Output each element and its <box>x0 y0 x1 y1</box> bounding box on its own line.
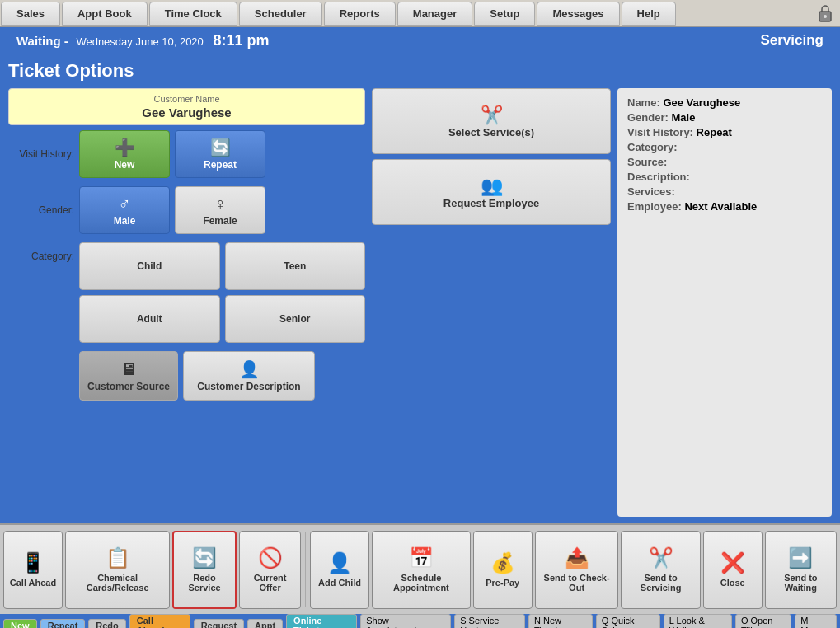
ticket-body: Customer Name Gee Varughese Visit Histor… <box>8 88 832 517</box>
current-offer-label: Current Offer <box>245 573 295 593</box>
current-offer-button[interactable]: 🚫 Current Offer <box>239 531 301 609</box>
service-section: ✂️ Select Service(s) 👥 Request Employee <box>372 88 611 517</box>
info-name-row: Name: Gee Varughese <box>627 96 822 109</box>
source-icon: 🖥 <box>120 360 137 379</box>
info-name-label: Name: <box>627 96 660 109</box>
new-button[interactable]: ➕ New <box>79 130 170 178</box>
request-employee-button[interactable]: 👥 Request Employee <box>372 159 611 225</box>
info-source-row: Source: <box>627 156 822 168</box>
repeat-button[interactable]: 🔄 Repeat <box>175 130 265 178</box>
new-label: New <box>115 159 135 171</box>
nav-appt-book[interactable]: Appt Book <box>62 2 148 26</box>
senior-button[interactable]: Senior <box>225 295 366 343</box>
more-button[interactable]: M More <box>795 614 837 628</box>
send-to-checkout-icon: 📤 <box>565 546 589 569</box>
adult-label: Adult <box>137 313 162 325</box>
status-redo[interactable]: Redo <box>88 619 126 628</box>
visit-history-label: Visit History: <box>8 148 74 160</box>
status-new[interactable]: New <box>3 619 37 628</box>
open-till-button[interactable]: O Open Till <box>735 614 791 628</box>
nav-help[interactable]: Help <box>622 2 676 26</box>
close-button[interactable]: ❌ Close <box>703 531 763 609</box>
info-visit-label: Visit History: <box>627 126 693 138</box>
info-source-label: Source: <box>627 156 667 168</box>
send-to-waiting-icon: ➡️ <box>788 546 813 569</box>
status-request[interactable]: Request <box>194 619 244 628</box>
send-to-waiting-button[interactable]: ➡️ Send to Waiting <box>765 531 837 609</box>
nav-manager[interactable]: Manager <box>397 2 472 26</box>
info-visit-value: Repeat <box>697 126 732 138</box>
repeat-label: Repeat <box>204 159 237 171</box>
current-offer-icon: 🚫 <box>258 546 283 569</box>
new-ticket-button[interactable]: N New Ticket <box>528 614 593 628</box>
call-ahead-button[interactable]: 📱 Call Ahead <box>3 531 63 609</box>
send-to-waiting-label: Send to Waiting <box>771 573 831 593</box>
bar-separator-1 <box>305 532 306 607</box>
nav-messages[interactable]: Messages <box>537 2 619 26</box>
female-button[interactable]: ♀ Female <box>175 186 265 234</box>
left-section: Customer Name Gee Varughese Visit Histor… <box>8 88 365 517</box>
chemical-cards-icon: 📋 <box>106 546 130 569</box>
customer-name-box: Customer Name Gee Varughese <box>8 88 365 125</box>
nav-sales[interactable]: Sales <box>1 2 60 26</box>
info-visit-row: Visit History: Repeat <box>627 126 822 138</box>
service-next-button[interactable]: S Service Next <box>454 614 525 628</box>
child-button[interactable]: Child <box>79 242 220 290</box>
male-icon: ♂ <box>119 194 131 213</box>
call-ahead-label: Call Ahead <box>10 578 56 588</box>
adult-button[interactable]: Adult <box>79 295 220 343</box>
header-bar: Waiting - Wednesday June 10, 2020 8:11 p… <box>0 27 840 54</box>
info-gender-label: Gender: <box>627 111 669 124</box>
customer-description-button[interactable]: 👤 Customer Description <box>183 351 315 401</box>
quick-sale-button[interactable]: Q Quick Sale <box>596 614 660 628</box>
nav-scheduler[interactable]: Scheduler <box>239 2 322 26</box>
select-services-button[interactable]: ✂️ Select Service(s) <box>372 88 611 154</box>
teen-button[interactable]: Teen <box>225 242 366 290</box>
info-category-label: Category: <box>627 141 678 153</box>
redo-service-icon: 🔄 <box>192 546 217 569</box>
servicing-label: Servicing <box>760 32 824 49</box>
pre-pay-button[interactable]: 💰 Pre-Pay <box>473 531 533 609</box>
child-label: Child <box>137 260 162 272</box>
info-description-row: Description: <box>627 171 822 183</box>
info-category-row: Category: <box>627 141 822 153</box>
nav-setup[interactable]: Setup <box>474 2 535 26</box>
schedule-appointment-button[interactable]: 📅 Schedule Appointment <box>372 531 471 609</box>
info-panel: Name: Gee Varughese Gender: Male Visit H… <box>617 88 832 517</box>
nav-bar: Sales Appt Book Time Clock Scheduler Rep… <box>0 0 840 27</box>
description-icon: 👤 <box>239 359 260 379</box>
category-grid: Child Teen Adult Senior <box>79 242 365 343</box>
status-repeat[interactable]: Repeat <box>40 619 86 628</box>
ticket-panel: Ticket Options Customer Name Gee Varughe… <box>0 54 840 523</box>
customer-source-button[interactable]: 🖥 Customer Source <box>79 351 178 401</box>
status-online-ticket[interactable]: Online Ticket <box>286 614 357 628</box>
female-icon: ♀ <box>214 194 227 213</box>
info-employee-label: Employee: <box>627 200 682 213</box>
send-to-servicing-button[interactable]: ✂️ Send to Servicing <box>621 531 700 609</box>
request-employee-label: Request Employee <box>443 197 539 209</box>
male-button[interactable]: ♂ Male <box>79 186 170 234</box>
nav-time-clock[interactable]: Time Clock <box>149 2 237 26</box>
add-child-button[interactable]: 👤 Add Child <box>310 531 369 609</box>
ticket-title: Ticket Options <box>8 60 832 82</box>
lock-icon[interactable] <box>810 0 840 26</box>
send-to-checkout-button[interactable]: 📤 Send to Check-Out <box>535 531 619 609</box>
male-label: Male <box>114 215 136 227</box>
status-call-ahead[interactable]: Call Ahead <box>129 614 190 628</box>
show-appointments-button[interactable]: Show Appointments <box>360 614 451 628</box>
header-date: Wednesday June 10, 2020 <box>76 35 203 48</box>
schedule-appointment-label: Schedule Appointment <box>378 573 465 593</box>
customer-description-label: Customer Description <box>197 381 300 392</box>
status-appt[interactable]: Appt <box>247 619 283 628</box>
add-child-label: Add Child <box>318 578 361 588</box>
close-icon: ❌ <box>720 551 745 574</box>
gender-label: Gender: <box>8 204 74 216</box>
info-employee-value: Next Available <box>684 200 757 213</box>
info-employee-row: Employee: Next Available <box>627 200 822 213</box>
look-walk-button[interactable]: L Look & Walk <box>664 614 732 628</box>
nav-reports[interactable]: Reports <box>324 2 396 26</box>
redo-service-button[interactable]: 🔄 Redo Service <box>172 531 237 609</box>
pre-pay-label: Pre-Pay <box>486 578 519 588</box>
chemical-cards-button[interactable]: 📋 Chemical Cards/Release <box>65 531 170 609</box>
repeat-icon: 🔄 <box>210 138 231 157</box>
